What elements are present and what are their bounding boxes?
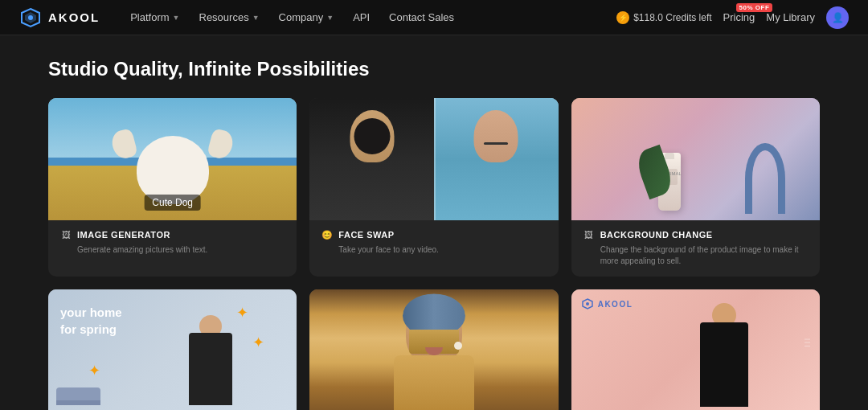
chevron-down-icon: ▼ (326, 14, 334, 22)
credits-display: ⚡ $118.0 Credits left (616, 11, 711, 24)
pricing-badge: 50% OFF (736, 3, 773, 12)
card-background-change[interactable]: Natural PalettePa m MINIMAL 🖼 BACKGROUND… (571, 98, 820, 277)
card-video-translate[interactable]: AKOOL ||| 🔄 VIDEO TRANSLATE Translate yo… (571, 289, 820, 410)
face-swap-icon: 😊 (321, 228, 334, 241)
akool-logo-translate: AKOOL (581, 297, 633, 310)
chevron-down-icon: ▼ (252, 14, 260, 22)
card-desc: Generate amazing pictures with text. (77, 244, 285, 256)
nav-resources[interactable]: Resources ▼ (191, 6, 268, 28)
card-image-translate: AKOOL ||| (571, 289, 820, 410)
card-realistic-avatar[interactable]: your homefor spring ✦ ✦ ✦ 🎬 REALISTIC AV… (48, 289, 297, 410)
page-title: Studio Quality, Infinite Possibilities (48, 58, 820, 80)
credits-icon: ⚡ (616, 11, 629, 24)
card-image-avatar: your homefor spring ✦ ✦ ✦ (48, 289, 297, 410)
main-content: Studio Quality, Infinite Possibilities C… (0, 35, 868, 410)
cards-grid: Cute Dog 🖼 IMAGE GENERATOR Generate amaz… (48, 98, 820, 410)
main-nav: Platform ▼ Resources ▼ Company ▼ API Con… (122, 6, 616, 28)
card-desc: Change the background of the product ima… (600, 244, 809, 267)
card-image-dog: Cute Dog (48, 98, 297, 220)
logo[interactable]: AKOOL (19, 6, 100, 29)
dog-label: Cute Dog (144, 195, 201, 211)
card-title: IMAGE GENERATOR (77, 230, 170, 240)
background-change-icon: 🖼 (583, 228, 596, 241)
card-face-swap[interactable]: 😊 FACE SWAP Take your face to any video. (309, 98, 558, 277)
svg-point-4 (586, 302, 589, 305)
pricing-link[interactable]: Pricing 50% OFF (723, 11, 755, 23)
svg-point-2 (28, 15, 33, 20)
card-talking-photo[interactable]: 🖼 TALKING PHOTO Easily create talking ph… (309, 289, 558, 410)
nav-company[interactable]: Company ▼ (271, 6, 342, 28)
logo-icon (19, 6, 42, 29)
chevron-down-icon: ▼ (173, 14, 180, 22)
nav-contact-sales[interactable]: Contact Sales (381, 6, 462, 28)
card-title: BACKGROUND CHANGE (600, 230, 713, 240)
card-image-bgchange: Natural PalettePa m MINIMAL (571, 98, 820, 220)
card-image-talking (309, 289, 558, 410)
logo-text: AKOOL (48, 10, 100, 24)
header: AKOOL Platform ▼ Resources ▼ Company ▼ A… (0, 0, 868, 35)
card-image-generator[interactable]: Cute Dog 🖼 IMAGE GENERATOR Generate amaz… (48, 98, 297, 277)
card-title: FACE SWAP (338, 230, 394, 240)
my-library-link[interactable]: My Library (766, 11, 815, 23)
nav-api[interactable]: API (345, 6, 378, 28)
avatar[interactable]: 👤 (826, 6, 849, 29)
header-right: ⚡ $118.0 Credits left Pricing 50% OFF My… (616, 6, 849, 29)
sparkle-icon: ✦ (88, 362, 100, 379)
card-desc: Take your face to any video. (338, 244, 547, 256)
sparkle-icon: ✦ (236, 304, 248, 322)
sparkle-icon: ✦ (252, 334, 264, 351)
image-generator-icon: 🖼 (59, 228, 72, 241)
card-image-faceswap (309, 98, 558, 220)
nav-platform[interactable]: Platform ▼ (122, 6, 187, 28)
